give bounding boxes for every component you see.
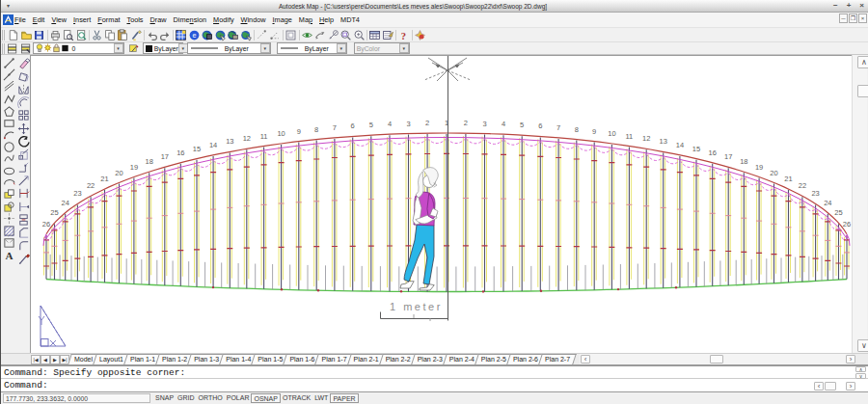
svg-text:24: 24 <box>62 199 69 207</box>
svg-text:20: 20 <box>115 169 122 177</box>
svg-text:18: 18 <box>146 157 153 166</box>
svg-text:4: 4 <box>502 120 505 128</box>
svg-text:3: 3 <box>482 120 486 128</box>
svg-text:16: 16 <box>176 148 184 157</box>
svg-text:17: 17 <box>161 152 169 161</box>
svg-text:12: 12 <box>642 134 650 143</box>
svg-text:7: 7 <box>556 123 560 132</box>
svg-text:18: 18 <box>740 157 747 166</box>
svg-text:21: 21 <box>100 175 108 183</box>
svg-text:6: 6 <box>351 121 355 130</box>
svg-text:26: 26 <box>42 220 50 229</box>
svg-text:8: 8 <box>314 125 318 134</box>
svg-text:8: 8 <box>575 125 579 134</box>
svg-text:19: 19 <box>755 163 763 172</box>
svg-text:23: 23 <box>811 189 819 198</box>
svg-text:10: 10 <box>277 129 285 138</box>
svg-text:17: 17 <box>724 152 732 161</box>
svg-text:15: 15 <box>193 145 201 153</box>
svg-text:6: 6 <box>538 121 542 130</box>
svg-text:9: 9 <box>592 127 596 136</box>
svg-text:e: e <box>192 31 196 40</box>
svg-text:A: A <box>5 250 13 261</box>
svg-text:4: 4 <box>388 120 392 128</box>
svg-text:5: 5 <box>520 121 524 129</box>
svg-text:15: 15 <box>692 145 700 153</box>
svg-text:3: 3 <box>406 120 410 128</box>
svg-text:20: 20 <box>770 169 777 177</box>
svg-text:12: 12 <box>243 134 251 143</box>
svg-text:25: 25 <box>50 208 58 217</box>
svg-text:23: 23 <box>73 189 81 198</box>
svg-text:5: 5 <box>369 121 373 129</box>
svg-text:10: 10 <box>608 129 615 138</box>
svg-text:25: 25 <box>834 208 842 217</box>
svg-text:9: 9 <box>297 127 301 136</box>
svg-text:24: 24 <box>824 199 831 207</box>
svg-text:2: 2 <box>464 119 468 127</box>
svg-text:16: 16 <box>709 148 717 157</box>
svg-text:22: 22 <box>87 181 95 190</box>
svg-text:13: 13 <box>226 137 233 146</box>
svg-text:14: 14 <box>676 141 684 149</box>
svg-text:19: 19 <box>130 163 138 172</box>
svg-text:14: 14 <box>209 141 217 149</box>
svg-text:22: 22 <box>799 181 806 190</box>
svg-text:26: 26 <box>843 220 851 229</box>
svg-text:21: 21 <box>784 175 792 183</box>
svg-text:11: 11 <box>260 132 268 141</box>
svg-text:13: 13 <box>660 137 667 146</box>
svg-text:?: ? <box>401 31 406 41</box>
svg-text:2: 2 <box>425 119 429 127</box>
svg-text:11: 11 <box>626 132 634 141</box>
svg-text:7: 7 <box>333 123 337 132</box>
svg-text:1 meter: 1 meter <box>390 301 443 312</box>
